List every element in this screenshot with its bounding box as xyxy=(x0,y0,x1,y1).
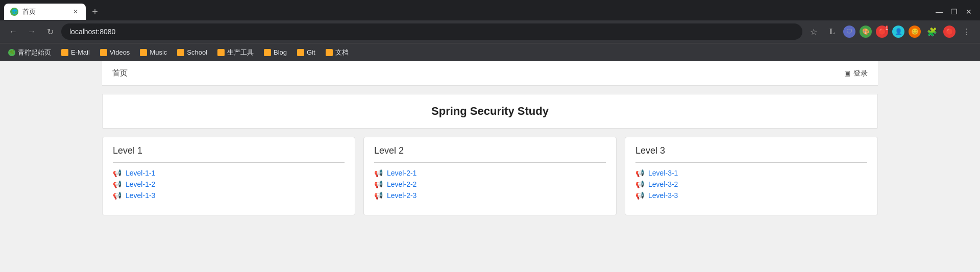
link-level3-3[interactable]: 📢 Level-3-3 xyxy=(635,191,867,200)
link-level2-2-label: Level-2-2 xyxy=(387,180,416,188)
card-level1-divider xyxy=(113,162,345,163)
extension-gradient-icon[interactable]: 🎨 xyxy=(860,26,872,38)
bookmark-tools-label: 生产工具 xyxy=(227,48,254,57)
bookmark-music-icon xyxy=(140,49,147,56)
extension-badge-icon[interactable]: 🔴 1 xyxy=(876,26,888,38)
bookmark-git-icon xyxy=(297,49,304,56)
toolbar-icons: ☆ 𝐋 🛡 🎨 🔴 1 👤 😊 🧩 🔴 ⋮ xyxy=(806,24,974,39)
bookmark-docs-icon xyxy=(326,49,333,56)
bookmark-school-icon xyxy=(177,49,184,56)
bookmark-qingning[interactable]: 🌿 青柠起始页 xyxy=(4,46,55,59)
forward-button[interactable]: → xyxy=(24,24,39,39)
hero-title: Spring Security Study xyxy=(113,105,867,118)
link-level2-1[interactable]: 📢 Level-2-1 xyxy=(374,169,606,177)
bookmark-git-label: Git xyxy=(307,48,315,56)
megaphone-icon-l1-1: 📢 xyxy=(113,169,121,177)
new-tab-button[interactable]: + xyxy=(88,5,102,19)
back-button[interactable]: ← xyxy=(6,24,20,39)
address-input[interactable] xyxy=(61,23,802,40)
bookmark-docs[interactable]: 文档 xyxy=(322,46,353,59)
bookmark-qingning-label: 青柠起始页 xyxy=(18,48,51,57)
tab-close-button[interactable]: ✕ xyxy=(71,8,80,16)
close-button[interactable]: ✕ xyxy=(966,8,972,16)
card-level2: Level 2 📢 Level-2-1 📢 Level-2-2 📢 Level-… xyxy=(363,137,617,215)
bookmark-email-label: E-Mail xyxy=(71,48,90,56)
browser-chrome: 🌐 首页 ✕ + — ❐ ✕ ← → ↻ ☆ 𝐋 🛡 🎨 🔴 1 👤 😊 🧩 xyxy=(0,0,980,61)
bookmark-videos[interactable]: Videos xyxy=(96,46,134,58)
link-level3-2[interactable]: 📢 Level-3-2 xyxy=(635,180,867,188)
card-level3-divider xyxy=(635,162,867,163)
bookmark-tools-icon xyxy=(217,49,225,56)
megaphone-icon-l1-3: 📢 xyxy=(113,191,121,200)
megaphone-icon-l2-3: 📢 xyxy=(374,191,383,200)
profile-icon[interactable]: 𝐋 xyxy=(825,24,839,39)
card-level3: Level 3 📢 Level-3-1 📢 Level-3-2 📢 Level-… xyxy=(625,137,878,215)
megaphone-icon-l1-2: 📢 xyxy=(113,180,121,188)
card-level1-title: Level 1 xyxy=(113,145,345,156)
reload-button[interactable]: ↻ xyxy=(43,24,57,39)
bookmark-blog-label: Blog xyxy=(274,48,287,56)
page-content: 首页 ▣ 登录 Spring Security Study Level 1 📢 … xyxy=(0,61,980,272)
link-level3-1[interactable]: 📢 Level-3-1 xyxy=(635,169,867,177)
active-tab[interactable]: 🌐 首页 ✕ xyxy=(4,4,86,20)
link-level1-3[interactable]: 📢 Level-1-3 xyxy=(113,191,345,200)
star-icon[interactable]: ☆ xyxy=(806,24,821,39)
megaphone-icon-l3-3: 📢 xyxy=(635,191,644,200)
link-level1-1[interactable]: 📢 Level-1-1 xyxy=(113,169,345,177)
card-level2-title: Level 2 xyxy=(374,145,606,156)
bookmark-music-label: Music xyxy=(150,48,167,56)
bookmark-music[interactable]: Music xyxy=(136,46,171,58)
link-level1-2-label: Level-1-2 xyxy=(126,180,155,188)
link-level1-1-label: Level-1-1 xyxy=(126,169,155,177)
bookmark-email[interactable]: E-Mail xyxy=(57,46,94,58)
link-level3-1-label: Level-3-1 xyxy=(648,169,678,177)
nav-right: ▣ 登录 xyxy=(844,69,868,78)
tab-title: 首页 xyxy=(22,7,36,16)
extension-social-icon[interactable]: 👤 xyxy=(892,26,904,38)
menu-icon[interactable]: ⋮ xyxy=(960,24,974,39)
link-level2-2[interactable]: 📢 Level-2-2 xyxy=(374,180,606,188)
extensions-icon[interactable]: 🧩 xyxy=(925,24,939,39)
bookmark-blog-icon xyxy=(264,49,271,56)
bookmark-docs-label: 文档 xyxy=(335,48,349,57)
extension-face-icon[interactable]: 😊 xyxy=(909,26,921,38)
site-nav: 首页 ▣ 登录 xyxy=(102,61,878,86)
card-level3-title: Level 3 xyxy=(635,145,867,156)
tab-bar: 🌐 首页 ✕ + — ❐ ✕ xyxy=(0,0,980,20)
bookmark-qingning-icon: 🌿 xyxy=(8,49,15,56)
minimize-button[interactable]: — xyxy=(936,8,943,16)
extension-vpro-icon[interactable]: 🛡 xyxy=(843,26,855,38)
link-level3-2-label: Level-3-2 xyxy=(648,180,678,188)
bookmark-videos-label: Videos xyxy=(110,48,130,56)
bookmark-git[interactable]: Git xyxy=(293,46,320,58)
address-bar: ← → ↻ ☆ 𝐋 🛡 🎨 🔴 1 👤 😊 🧩 🔴 ⋮ xyxy=(0,20,980,43)
bookmark-blog[interactable]: Blog xyxy=(260,46,291,58)
login-icon: ▣ xyxy=(844,69,850,77)
maximize-button[interactable]: ❐ xyxy=(951,8,958,16)
link-level3-3-label: Level-3-3 xyxy=(648,191,678,200)
profile-avatar-icon[interactable]: 🔴 xyxy=(943,26,955,38)
megaphone-icon-l2-2: 📢 xyxy=(374,180,383,188)
nav-home-link[interactable]: 首页 xyxy=(112,68,128,78)
bookmark-school[interactable]: School xyxy=(173,46,211,58)
card-level2-divider xyxy=(374,162,606,163)
link-level1-3-label: Level-1-3 xyxy=(126,191,155,200)
login-link[interactable]: 登录 xyxy=(853,69,868,78)
card-level1: Level 1 📢 Level-1-1 📢 Level-1-2 📢 Level-… xyxy=(102,137,355,215)
hero-section: Spring Security Study xyxy=(102,94,878,129)
link-level2-3[interactable]: 📢 Level-2-3 xyxy=(374,191,606,200)
link-level2-3-label: Level-2-3 xyxy=(387,191,416,200)
bookmark-videos-icon xyxy=(100,49,107,56)
window-controls: — ❐ ✕ xyxy=(936,8,976,16)
link-level2-1-label: Level-2-1 xyxy=(387,169,416,177)
megaphone-icon-l2-1: 📢 xyxy=(374,169,383,177)
link-level1-2[interactable]: 📢 Level-1-2 xyxy=(113,180,345,188)
cards-container: Level 1 📢 Level-1-1 📢 Level-1-2 📢 Level-… xyxy=(102,137,878,226)
megaphone-icon-l3-2: 📢 xyxy=(635,180,644,188)
bookmark-email-icon xyxy=(61,49,68,56)
megaphone-icon-l3-1: 📢 xyxy=(635,169,644,177)
bookmark-tools[interactable]: 生产工具 xyxy=(213,46,258,59)
bookmark-school-label: School xyxy=(187,48,207,56)
bookmarks-bar: 🌿 青柠起始页 E-Mail Videos Music School 生产工具 … xyxy=(0,43,980,61)
tab-favicon: 🌐 xyxy=(10,8,18,16)
